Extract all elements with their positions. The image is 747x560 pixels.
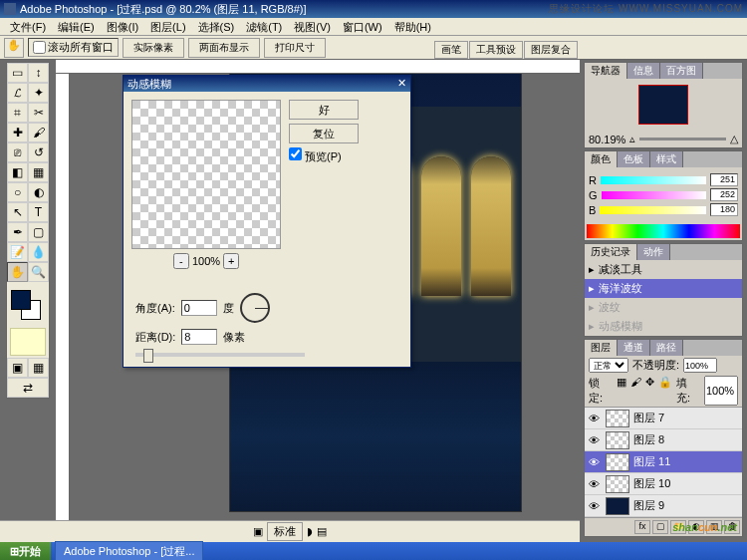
print-size-button[interactable]: 打印尺寸 [264, 38, 326, 58]
layer-thumb[interactable] [606, 453, 629, 471]
pen-tool[interactable]: ✒ [7, 222, 28, 242]
lock-paint-icon[interactable]: 🖌 [630, 376, 641, 406]
menu-image[interactable]: 图像(I) [101, 18, 144, 35]
dodge-tool[interactable]: ◐ [28, 182, 49, 202]
ok-button[interactable]: 好 [289, 100, 359, 120]
layer-thumb[interactable] [606, 475, 629, 493]
zoom-tool[interactable]: 🔍 [28, 262, 49, 282]
move-tool[interactable]: ↕ [28, 63, 49, 83]
eraser-tool[interactable]: ◧ [7, 162, 28, 182]
zoom-out-button[interactable]: - [173, 253, 189, 269]
gradient-tool[interactable]: ▦ [28, 162, 49, 182]
eye-icon[interactable]: 👁 [586, 500, 602, 512]
hand-tool[interactable]: ✋ [7, 262, 28, 282]
eye-icon[interactable]: 👁 [586, 434, 602, 446]
reset-button[interactable]: 复位 [289, 124, 359, 143]
nav-zoom-out-icon[interactable]: ▵ [629, 133, 635, 145]
menu-window[interactable]: 窗口(W) [337, 18, 388, 35]
menu-layer[interactable]: 图层(L) [144, 18, 191, 35]
wand-tool[interactable]: ✦ [28, 83, 49, 103]
marquee-tool[interactable]: ▭ [7, 63, 28, 83]
status-icon[interactable]: ▣ [253, 525, 263, 538]
history-item[interactable]: ▸减淡工具 [585, 260, 742, 279]
g-value[interactable]: 252 [710, 188, 738, 201]
screenmode-1[interactable]: ▣ [7, 358, 28, 378]
tab-info[interactable]: 信息 [627, 63, 660, 79]
menu-file[interactable]: 文件(F) [4, 18, 52, 35]
g-slider[interactable] [602, 191, 706, 199]
nav-zoom-slider[interactable] [639, 138, 726, 140]
nav-zoom-in-icon[interactable]: △ [730, 133, 738, 145]
start-button[interactable]: ⊞ 开始 [0, 542, 51, 560]
menu-filter[interactable]: 滤镜(T) [240, 18, 288, 35]
eye-icon[interactable]: 👁 [586, 478, 602, 490]
fg-color[interactable] [11, 290, 31, 310]
tab-swatches[interactable]: 色板 [618, 151, 650, 167]
heal-tool[interactable]: ✚ [7, 123, 28, 142]
layer-item[interactable]: 👁图层 8 [585, 429, 742, 451]
tab-navigator[interactable]: 导航器 [585, 63, 627, 79]
angle-widget[interactable] [240, 293, 270, 323]
r-slider[interactable] [601, 176, 706, 184]
opacity-input[interactable] [683, 358, 717, 373]
preview-checkbox[interactable]: 预览(P) [289, 147, 359, 164]
distance-input[interactable] [181, 329, 217, 345]
tab-histogram[interactable]: 百方图 [660, 63, 703, 79]
crop-tool[interactable]: ⌗ [7, 103, 28, 123]
color-spectrum[interactable] [587, 224, 740, 238]
layer-thumb[interactable] [606, 410, 629, 427]
layer-item[interactable]: 👁图层 9 [585, 495, 742, 517]
history-item[interactable]: ▸海洋波纹 [585, 279, 742, 298]
tab-styles[interactable]: 样式 [650, 151, 683, 167]
lasso-tool[interactable]: 𝓛 [7, 83, 28, 103]
menu-view[interactable]: 视图(V) [288, 18, 337, 35]
eye-icon[interactable]: 👁 [586, 413, 602, 424]
lock-all-icon[interactable]: 🔒 [658, 376, 672, 406]
history-item[interactable]: ▸波纹 [585, 298, 742, 317]
slice-tool[interactable]: ✂ [28, 103, 49, 123]
tab-channels[interactable]: 通道 [618, 340, 650, 356]
close-icon[interactable]: ✕ [397, 77, 406, 91]
lock-trans-icon[interactable]: ▦ [617, 376, 626, 406]
menu-edit[interactable]: 编辑(E) [52, 18, 101, 35]
eye-icon[interactable]: 👁 [586, 456, 602, 468]
tab-history[interactable]: 历史记录 [585, 244, 637, 260]
status-flag-icon[interactable]: ▤ [317, 525, 327, 538]
tab-layers[interactable]: 图层 [585, 340, 618, 356]
layer-fx-icon[interactable]: fx [634, 520, 650, 534]
layer-item[interactable]: 👁图层 11 [585, 451, 742, 473]
b-slider[interactable] [600, 206, 706, 214]
stamp-tool[interactable]: ⎚ [7, 142, 28, 162]
brushes-tab[interactable]: 画笔 [434, 41, 468, 59]
r-value[interactable]: 251 [710, 173, 738, 186]
history-brush-tool[interactable]: ↺ [28, 142, 49, 162]
eyedropper-tool[interactable]: 💧 [28, 242, 49, 262]
fit-screen-button[interactable]: 两面布显示 [188, 38, 260, 58]
navigator-thumbnail[interactable] [638, 85, 688, 125]
blend-mode-select[interactable]: 正常 [589, 358, 628, 373]
brush-tool[interactable]: 🖌 [28, 123, 49, 142]
scroll-all-checkbox[interactable]: 滚动所有窗口 [28, 38, 119, 57]
layer-thumb[interactable] [606, 431, 629, 449]
shape-tool[interactable]: ▢ [28, 222, 49, 242]
status-mode[interactable]: 标准 [267, 522, 303, 541]
b-value[interactable]: 180 [710, 203, 738, 216]
distance-slider[interactable] [135, 353, 305, 357]
tab-paths[interactable]: 路径 [650, 340, 683, 356]
tab-color[interactable]: 颜色 [585, 151, 618, 167]
screenmode-2[interactable]: ▦ [28, 358, 49, 378]
quickmask-icon[interactable] [10, 328, 46, 356]
layer-thumb[interactable] [606, 497, 629, 515]
jump-to-ir[interactable]: ⇄ [7, 378, 49, 398]
path-tool[interactable]: ↖ [7, 202, 28, 222]
taskbar-app[interactable]: Adobe Photoshop - [过程... [55, 541, 203, 561]
fill-input[interactable] [704, 376, 738, 406]
layer-mask-icon[interactable]: ▢ [652, 520, 668, 534]
dialog-preview[interactable] [131, 100, 281, 249]
tab-actions[interactable]: 动作 [637, 244, 670, 260]
lock-move-icon[interactable]: ✥ [645, 376, 654, 406]
menu-select[interactable]: 选择(S) [192, 18, 241, 35]
actual-pixels-button[interactable]: 实际像素 [123, 38, 184, 58]
zoom-in-button[interactable]: + [223, 253, 239, 269]
hand-tool-icon[interactable]: ✋ [4, 38, 24, 58]
